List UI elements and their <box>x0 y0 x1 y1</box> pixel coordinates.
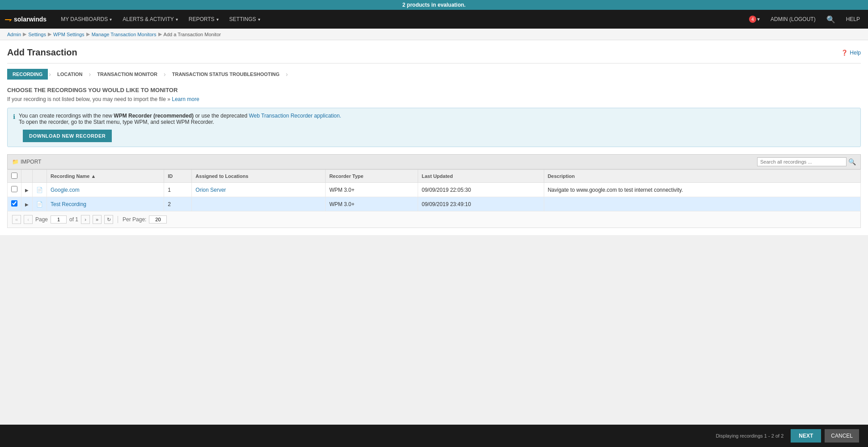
eval-bar-text: 2 products in evaluation. <box>402 2 466 8</box>
section-title: CHOOSE THE RECORDINGS YOU WOULD LIKE TO … <box>7 87 861 93</box>
th-expand <box>21 170 33 183</box>
wizard-step-location[interactable]: LOCATION <box>52 69 88 80</box>
nav-right: 4 ▾ ADMIN (LOGOUT) 🔍 HELP <box>745 10 864 29</box>
logo-icon: ⇁ <box>4 14 12 25</box>
search-box: 🔍 <box>757 157 856 166</box>
select-all-checkbox[interactable] <box>11 173 17 179</box>
help-link[interactable]: ❓ Help <box>841 50 861 56</box>
row-checkbox-0[interactable] <box>11 186 17 192</box>
table-row: ▶ 📄 Google.com 1 Orion Server WPM 3.0+ 0… <box>8 183 861 197</box>
chevron-down-icon: ▾ <box>757 16 760 22</box>
th-type: Recorder Type <box>326 170 418 183</box>
per-page-label: Per Page: <box>123 216 146 223</box>
step-separator-4: › <box>286 71 288 78</box>
import-label: IMPORT <box>21 159 41 165</box>
wizard-steps: RECORDING › LOCATION › TRANSACTION MONIT… <box>7 63 861 80</box>
breadcrumb-manage-monitors[interactable]: Manage Transaction Monitors <box>92 32 157 37</box>
breadcrumb: Admin ▶ Settings ▶ WPM Settings ▶ Manage… <box>0 29 868 40</box>
nav-item-alerts[interactable]: ALERTS & ACTIVITY ▾ <box>117 10 183 29</box>
page-title: Add Transaction <box>7 47 77 58</box>
nav-item-dashboards[interactable]: MY DASHBOARDS ▾ <box>55 10 117 29</box>
th-recording-name[interactable]: Recording Name ▲ <box>47 170 164 183</box>
help-button[interactable]: HELP <box>843 10 864 29</box>
main-nav: ⇁ solarwinds MY DASHBOARDS ▾ ALERTS & AC… <box>0 10 868 29</box>
wizard-step-troubleshooting[interactable]: TRANSACTION STATUS TROUBLESHOOTING <box>167 69 285 80</box>
page-label: Page <box>35 216 48 223</box>
recording-icon-1: 📄 <box>36 201 43 207</box>
search-button[interactable]: 🔍 <box>823 10 839 29</box>
import-button[interactable]: 📁 IMPORT <box>12 159 41 165</box>
chevron-down-icon: ▾ <box>216 17 219 22</box>
page-content: Add Transaction ❓ Help RECORDING › LOCAT… <box>0 40 868 235</box>
breadcrumb-admin[interactable]: Admin <box>7 32 21 37</box>
info-box: ℹ You can create recordings with the new… <box>7 108 861 147</box>
download-recorder-button[interactable]: DOWNLOAD NEW RECORDER <box>23 130 112 142</box>
logo-text: solarwinds <box>14 16 47 23</box>
row-checkbox-1[interactable] <box>11 200 17 207</box>
nav-item-reports[interactable]: REPORTS ▾ <box>183 10 224 29</box>
prev-page-button[interactable]: ‹ <box>24 215 33 224</box>
logo[interactable]: ⇁ solarwinds <box>4 14 47 25</box>
expand-arrow-0[interactable]: ▶ <box>25 188 29 193</box>
search-icon: 🔍 <box>848 158 856 165</box>
location-link-0[interactable]: Orion Server <box>195 187 226 193</box>
expand-arrow-1[interactable]: ▶ <box>25 202 29 207</box>
help-link-label: Help <box>850 50 861 56</box>
admin-logout-button[interactable]: ADMIN (LOGOUT) <box>767 10 819 29</box>
notifications-button[interactable]: 4 ▾ <box>745 10 763 29</box>
table-row: ▶ 📄 Test Recording 2 WPM 3.0+ 09/09/2019… <box>8 197 861 211</box>
web-recorder-link[interactable]: Web Transaction Recorder application. <box>249 113 341 119</box>
th-updated: Last Updated <box>418 170 544 183</box>
search-input[interactable] <box>757 157 847 166</box>
admin-label: ADMIN (LOGOUT) <box>771 16 816 22</box>
help-label: HELP <box>846 16 860 22</box>
chevron-down-icon: ▾ <box>258 17 260 22</box>
learn-more-link[interactable]: Learn more <box>172 96 199 102</box>
refresh-button[interactable]: ↻ <box>104 215 113 224</box>
search-submit-button[interactable]: 🔍 <box>848 158 856 165</box>
info-icon: ℹ <box>13 113 15 120</box>
breadcrumb-current: Add a Transaction Monitor <box>164 32 221 37</box>
nav-items: MY DASHBOARDS ▾ ALERTS & ACTIVITY ▾ REPO… <box>55 10 745 29</box>
of-label: of 1 <box>69 216 78 223</box>
last-page-button[interactable]: » <box>93 215 102 224</box>
th-id: ID <box>164 170 192 183</box>
step-separator-2: › <box>89 71 91 78</box>
page-number-input[interactable] <box>51 215 67 224</box>
th-description: Description <box>544 170 860 183</box>
per-page-input[interactable] <box>149 215 167 224</box>
step-separator-3: › <box>164 71 166 78</box>
breadcrumb-settings[interactable]: Settings <box>28 32 46 37</box>
first-page-button[interactable]: « <box>12 215 21 224</box>
step-separator-1: › <box>49 71 51 78</box>
info-text: You can create recordings with the new W… <box>19 113 341 125</box>
recording-name-link-1[interactable]: Test Recording <box>51 201 86 207</box>
section-subtitle: If your recording is not listed below, y… <box>7 96 861 102</box>
nav-item-settings[interactable]: SETTINGS ▾ <box>224 10 266 29</box>
chevron-down-icon: ▾ <box>110 17 112 22</box>
chevron-down-icon: ▾ <box>176 17 178 22</box>
recordings-table: Recording Name ▲ ID Assigned to Location… <box>7 169 861 211</box>
table-toolbar: 📁 IMPORT 🔍 <box>7 154 861 169</box>
search-icon: 🔍 <box>826 15 835 24</box>
import-icon: 📁 <box>12 159 19 165</box>
th-location: Assigned to Locations <box>192 170 326 183</box>
page-header: Add Transaction ❓ Help <box>7 47 861 58</box>
next-page-button[interactable]: › <box>81 215 90 224</box>
help-circle-icon: ❓ <box>841 50 848 56</box>
eval-bar: 2 products in evaluation. <box>0 0 868 10</box>
recording-icon-0: 📄 <box>36 187 43 193</box>
breadcrumb-wpm-settings[interactable]: WPM Settings <box>53 32 85 37</box>
th-icon <box>33 170 47 183</box>
wizard-step-recording[interactable]: RECORDING <box>7 69 48 80</box>
recording-name-link-0[interactable]: Google.com <box>51 187 80 193</box>
notification-badge: 4 <box>749 16 756 23</box>
pagination-bar: « ‹ Page of 1 › » ↻ Per Page: <box>7 211 861 228</box>
wizard-step-monitor[interactable]: TRANSACTION MONITOR <box>92 69 163 80</box>
th-checkbox <box>8 170 21 183</box>
